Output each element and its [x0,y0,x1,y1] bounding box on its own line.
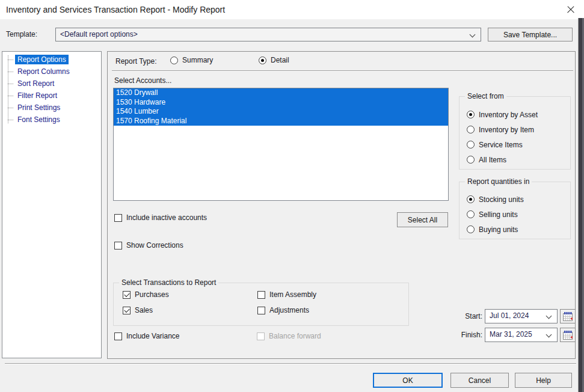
chevron-down-icon [547,332,552,337]
chevron-down-icon [470,32,475,37]
report-quantities-group: Report quantities in Stocking units Sell… [459,182,571,239]
item-assembly-checkbox-icon[interactable] [257,291,265,299]
start-date-value: Jul 01, 2024 [490,311,529,320]
tree-item-print-settings[interactable]: Print Settings [2,102,101,114]
account-list-item[interactable]: 1530 Hardware [114,98,448,108]
radio-all-items[interactable]: All Items [467,152,538,167]
radio-service-items[interactable]: Service Items [467,137,538,152]
detail-radio-icon[interactable] [259,57,266,64]
select-from-group: Select from Inventory by Asset Inventory… [459,96,571,170]
include-variance-checkbox-icon[interactable] [114,332,122,340]
selling-units-radio-icon[interactable] [467,210,475,218]
select-accounts-label: Select Accounts... [114,76,171,85]
report-type-label: Report Type: [115,57,156,66]
select-transactions-title: Select Transactions to Report [119,278,218,287]
checkbox-show-corrections[interactable]: Show Corrections [114,241,183,250]
help-button[interactable]: Help [515,373,572,388]
account-list-item[interactable]: 1520 Drywall [114,88,448,98]
ok-button[interactable]: OK [373,373,443,388]
template-combobox[interactable]: <Default report options> [55,28,481,41]
report-quantities-title: Report quantities in [465,177,532,186]
finish-date-value: Mar 31, 2025 [490,330,532,338]
tree-item-sort-report[interactable]: Sort Report [2,78,101,90]
purchases-checkbox-icon[interactable] [123,291,131,299]
inventory-by-asset-radio-icon[interactable] [467,111,475,118]
checkbox-balance-forward: Balance forward [257,332,321,340]
select-from-title: Select from [465,92,506,100]
report-sections-tree: Report Options Report Columns Sort Repor… [2,51,102,358]
report-type-separator [112,70,573,72]
tree-item-report-options[interactable]: Report Options [2,54,101,66]
calendar-icon [563,331,573,340]
inventory-by-item-radio-icon[interactable] [467,126,475,133]
radio-summary[interactable]: Summary [170,56,213,64]
start-date-combobox[interactable]: Jul 01, 2024 [485,309,558,323]
start-date-calendar-button[interactable] [560,309,576,323]
tree-item-report-columns[interactable]: Report Columns [2,66,101,78]
checkbox-include-variance[interactable]: Include Variance [114,332,180,340]
checkbox-sales[interactable]: Sales [123,306,153,314]
select-transactions-group: Select Transactions to Report Purchases … [113,283,409,326]
start-date-label: Start: [446,309,482,323]
close-icon[interactable] [564,4,577,16]
include-inactive-checkbox-icon[interactable] [114,214,122,222]
template-label: Template: [6,28,37,41]
radio-inventory-by-item[interactable]: Inventory by Item [467,122,538,137]
adjustments-checkbox-icon[interactable] [257,307,265,314]
checkbox-item-assembly[interactable]: Item Assembly [257,290,316,299]
calendar-icon [563,312,573,321]
template-value: <Default report options> [60,30,138,38]
modify-report-dialog: Inventory and Services Transaction Repor… [0,0,584,392]
account-list-item[interactable]: 1570 Roofing Material [114,117,448,126]
balance-forward-checkbox-icon [257,332,265,340]
radio-detail[interactable]: Detail [259,56,289,64]
checkbox-include-inactive-accounts[interactable]: Include inactive accounts [114,213,207,222]
show-corrections-checkbox-icon[interactable] [114,242,122,250]
chevron-down-icon [547,314,552,319]
select-all-button[interactable]: Select All [397,212,448,227]
footer-separator [5,363,576,364]
title-bar: Inventory and Services Transaction Repor… [0,0,584,19]
tree-item-font-settings[interactable]: Font Settings [2,114,101,126]
summary-radio-icon[interactable] [170,57,178,64]
finish-date-combobox[interactable]: Mar 31, 2025 [485,328,558,342]
finish-date-label: Finish: [446,328,482,342]
sales-checkbox-icon[interactable] [123,307,131,314]
radio-buying-units[interactable]: Buying units [467,222,524,237]
stocking-units-radio-icon[interactable] [467,195,475,203]
cancel-button[interactable]: Cancel [450,373,509,388]
accounts-listbox[interactable]: 1520 Drywall 1530 Hardware 1540 Lumber 1… [113,88,449,201]
account-list-item[interactable]: 1540 Lumber [114,107,448,117]
save-template-button[interactable]: Save Template... [488,28,573,41]
window-edge-strip [578,18,584,392]
radio-selling-units[interactable]: Selling units [467,207,524,222]
all-items-radio-icon[interactable] [467,156,475,164]
service-items-radio-icon[interactable] [467,141,475,149]
finish-date-calendar-button[interactable] [560,328,576,342]
checkbox-purchases[interactable]: Purchases [123,290,169,299]
radio-stocking-units[interactable]: Stocking units [467,192,524,207]
tree-item-filter-report[interactable]: Filter Report [2,90,101,102]
radio-inventory-by-asset[interactable]: Inventory by Asset [467,107,538,122]
checkbox-adjustments[interactable]: Adjustments [257,306,309,314]
buying-units-radio-icon[interactable] [467,225,475,233]
dialog-title: Inventory and Services Transaction Repor… [6,0,225,19]
